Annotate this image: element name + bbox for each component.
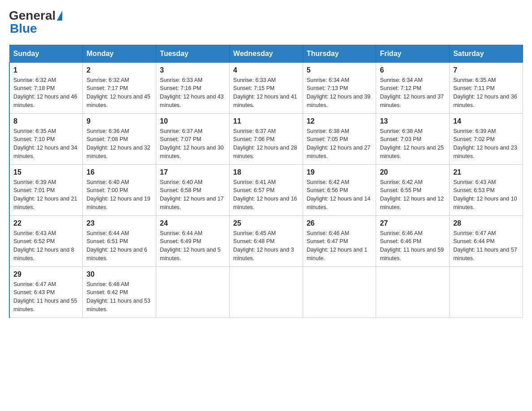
day-info: Sunrise: 6:32 AMSunset: 7:17 PMDaylight:… [86, 76, 152, 110]
calendar-cell: 19Sunrise: 6:42 AMSunset: 6:56 PMDayligh… [303, 164, 376, 215]
calendar-cell: 20Sunrise: 6:42 AMSunset: 6:55 PMDayligh… [376, 164, 450, 215]
header-sunday: Sunday [9, 45, 83, 62]
day-number: 14 [453, 117, 519, 125]
day-info: Sunrise: 6:40 AMSunset: 7:00 PMDaylight:… [86, 178, 152, 212]
calendar-week-row: 15Sunrise: 6:39 AMSunset: 7:01 PMDayligh… [9, 164, 523, 215]
day-info: Sunrise: 6:42 AMSunset: 6:56 PMDaylight:… [307, 178, 373, 212]
day-number: 15 [13, 168, 79, 176]
day-number: 3 [160, 66, 226, 74]
day-info: Sunrise: 6:37 AMSunset: 7:07 PMDaylight:… [160, 127, 226, 161]
day-number: 21 [453, 168, 519, 176]
day-info: Sunrise: 6:46 AMSunset: 6:47 PMDaylight:… [307, 229, 373, 263]
calendar-week-row: 1Sunrise: 6:32 AMSunset: 7:18 PMDaylight… [9, 62, 523, 113]
logo-general-text: General [9, 9, 56, 23]
logo-container: General Blue [9, 9, 62, 36]
day-number: 20 [380, 168, 446, 176]
header-thursday: Thursday [303, 45, 376, 62]
day-info: Sunrise: 6:35 AMSunset: 7:10 PMDaylight:… [13, 127, 79, 161]
calendar-table: SundayMondayTuesdayWednesdayThursdayFrid… [9, 45, 523, 318]
calendar-cell: 15Sunrise: 6:39 AMSunset: 7:01 PMDayligh… [9, 164, 83, 215]
day-info: Sunrise: 6:32 AMSunset: 7:18 PMDaylight:… [13, 76, 79, 110]
calendar-cell: 23Sunrise: 6:44 AMSunset: 6:51 PMDayligh… [83, 215, 156, 266]
day-info: Sunrise: 6:44 AMSunset: 6:49 PMDaylight:… [160, 229, 226, 263]
day-info: Sunrise: 6:40 AMSunset: 6:58 PMDaylight:… [160, 178, 226, 212]
day-number: 16 [86, 168, 152, 176]
calendar-cell: 26Sunrise: 6:46 AMSunset: 6:47 PMDayligh… [303, 215, 376, 266]
day-number: 5 [307, 66, 373, 74]
header-tuesday: Tuesday [156, 45, 230, 62]
day-number: 9 [86, 117, 152, 125]
day-number: 6 [380, 66, 446, 74]
day-info: Sunrise: 6:43 AMSunset: 6:52 PMDaylight:… [13, 229, 79, 263]
day-info: Sunrise: 6:33 AMSunset: 7:15 PMDaylight:… [233, 76, 299, 110]
page-header: General Blue [9, 9, 523, 36]
day-info: Sunrise: 6:41 AMSunset: 6:57 PMDaylight:… [233, 178, 299, 212]
day-number: 30 [86, 270, 152, 278]
day-number: 13 [380, 117, 446, 125]
calendar-cell: 25Sunrise: 6:45 AMSunset: 6:48 PMDayligh… [229, 215, 303, 266]
calendar-cell [303, 266, 376, 317]
day-number: 11 [233, 117, 299, 125]
calendar-cell: 10Sunrise: 6:37 AMSunset: 7:07 PMDayligh… [156, 113, 230, 164]
header-friday: Friday [376, 45, 450, 62]
day-number: 8 [13, 117, 79, 125]
calendar-cell [450, 266, 523, 317]
day-info: Sunrise: 6:38 AMSunset: 7:03 PMDaylight:… [380, 127, 446, 161]
calendar-cell [376, 266, 450, 317]
calendar-cell: 14Sunrise: 6:39 AMSunset: 7:02 PMDayligh… [450, 113, 523, 164]
day-info: Sunrise: 6:36 AMSunset: 7:08 PMDaylight:… [86, 127, 152, 161]
calendar-cell: 12Sunrise: 6:38 AMSunset: 7:05 PMDayligh… [303, 113, 376, 164]
calendar-cell: 29Sunrise: 6:47 AMSunset: 6:43 PMDayligh… [9, 266, 83, 317]
day-number: 17 [160, 168, 226, 176]
day-info: Sunrise: 6:48 AMSunset: 6:42 PMDaylight:… [86, 280, 152, 314]
day-info: Sunrise: 6:42 AMSunset: 6:55 PMDaylight:… [380, 178, 446, 212]
day-number: 2 [86, 66, 152, 74]
day-info: Sunrise: 6:35 AMSunset: 7:11 PMDaylight:… [453, 76, 519, 110]
logo: General Blue [9, 9, 62, 36]
calendar-cell: 18Sunrise: 6:41 AMSunset: 6:57 PMDayligh… [229, 164, 303, 215]
header-monday: Monday [83, 45, 156, 62]
day-info: Sunrise: 6:33 AMSunset: 7:16 PMDaylight:… [160, 76, 226, 110]
calendar-week-row: 29Sunrise: 6:47 AMSunset: 6:43 PMDayligh… [9, 266, 523, 317]
day-info: Sunrise: 6:46 AMSunset: 6:46 PMDaylight:… [380, 229, 446, 263]
calendar-cell: 13Sunrise: 6:38 AMSunset: 7:03 PMDayligh… [376, 113, 450, 164]
day-number: 27 [380, 219, 446, 227]
calendar-week-row: 22Sunrise: 6:43 AMSunset: 6:52 PMDayligh… [9, 215, 523, 266]
calendar-cell: 16Sunrise: 6:40 AMSunset: 7:00 PMDayligh… [83, 164, 156, 215]
calendar-cell: 17Sunrise: 6:40 AMSunset: 6:58 PMDayligh… [156, 164, 230, 215]
day-number: 18 [233, 168, 299, 176]
calendar-cell: 28Sunrise: 6:47 AMSunset: 6:44 PMDayligh… [450, 215, 523, 266]
day-info: Sunrise: 6:38 AMSunset: 7:05 PMDaylight:… [307, 127, 373, 161]
header-saturday: Saturday [450, 45, 523, 62]
day-number: 23 [86, 219, 152, 227]
day-number: 29 [13, 270, 79, 278]
day-info: Sunrise: 6:43 AMSunset: 6:53 PMDaylight:… [453, 178, 519, 212]
day-number: 28 [453, 219, 519, 227]
calendar-cell: 8Sunrise: 6:35 AMSunset: 7:10 PMDaylight… [9, 113, 83, 164]
calendar-cell: 2Sunrise: 6:32 AMSunset: 7:17 PMDaylight… [83, 62, 156, 113]
day-number: 22 [13, 219, 79, 227]
day-info: Sunrise: 6:34 AMSunset: 7:12 PMDaylight:… [380, 76, 446, 110]
calendar-cell: 21Sunrise: 6:43 AMSunset: 6:53 PMDayligh… [450, 164, 523, 215]
calendar-cell: 24Sunrise: 6:44 AMSunset: 6:49 PMDayligh… [156, 215, 230, 266]
day-info: Sunrise: 6:47 AMSunset: 6:43 PMDaylight:… [13, 280, 79, 314]
calendar-cell: 5Sunrise: 6:34 AMSunset: 7:13 PMDaylight… [303, 62, 376, 113]
day-info: Sunrise: 6:34 AMSunset: 7:13 PMDaylight:… [307, 76, 373, 110]
calendar-cell: 3Sunrise: 6:33 AMSunset: 7:16 PMDaylight… [156, 62, 230, 113]
day-number: 4 [233, 66, 299, 74]
day-number: 19 [307, 168, 373, 176]
calendar-cell: 4Sunrise: 6:33 AMSunset: 7:15 PMDaylight… [229, 62, 303, 113]
calendar-cell: 1Sunrise: 6:32 AMSunset: 7:18 PMDaylight… [9, 62, 83, 113]
day-number: 25 [233, 219, 299, 227]
calendar-week-row: 8Sunrise: 6:35 AMSunset: 7:10 PMDaylight… [9, 113, 523, 164]
day-number: 7 [453, 66, 519, 74]
day-number: 26 [307, 219, 373, 227]
calendar-cell: 27Sunrise: 6:46 AMSunset: 6:46 PMDayligh… [376, 215, 450, 266]
day-number: 12 [307, 117, 373, 125]
calendar-cell: 9Sunrise: 6:36 AMSunset: 7:08 PMDaylight… [83, 113, 156, 164]
calendar-cell [229, 266, 303, 317]
calendar-cell: 30Sunrise: 6:48 AMSunset: 6:42 PMDayligh… [83, 266, 156, 317]
calendar-cell: 6Sunrise: 6:34 AMSunset: 7:12 PMDaylight… [376, 62, 450, 113]
day-info: Sunrise: 6:45 AMSunset: 6:48 PMDaylight:… [233, 229, 299, 263]
calendar-cell: 11Sunrise: 6:37 AMSunset: 7:06 PMDayligh… [229, 113, 303, 164]
